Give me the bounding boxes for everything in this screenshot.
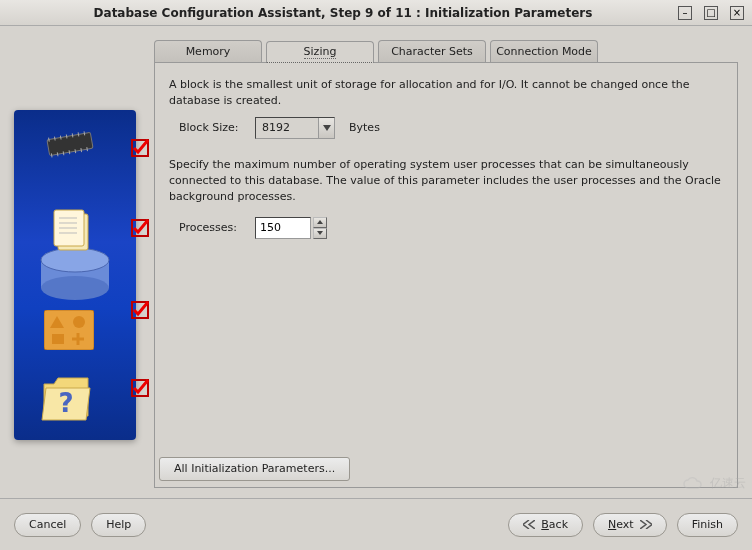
- database-icon: [38, 200, 112, 300]
- cloud-icon: [682, 476, 706, 492]
- folder-question-icon: ?: [40, 368, 102, 428]
- svg-point-27: [73, 316, 85, 328]
- title-bar: Database Configuration Assistant, Step 9…: [0, 0, 752, 26]
- dropdown-arrow-icon[interactable]: [318, 118, 334, 138]
- next-button[interactable]: Next: [593, 513, 667, 537]
- tab-character-sets[interactable]: Character Sets: [378, 40, 486, 62]
- chevron-right-icon: [640, 520, 652, 529]
- svg-marker-36: [323, 125, 331, 131]
- tab-connection-mode[interactable]: Connection Mode: [490, 40, 598, 62]
- block-size-unit: Bytes: [349, 120, 380, 136]
- help-button[interactable]: Help: [91, 513, 146, 537]
- block-size-label: Block Size:: [179, 120, 247, 136]
- svg-line-5: [72, 133, 73, 137]
- processes-input[interactable]: [255, 217, 311, 239]
- svg-line-6: [78, 132, 79, 136]
- watermark: 亿速云: [682, 475, 746, 492]
- svg-point-17: [41, 276, 109, 300]
- maximize-button[interactable]: □: [704, 6, 718, 20]
- step-check-4: [130, 378, 150, 398]
- svg-line-3: [60, 136, 61, 140]
- cancel-button[interactable]: Cancel: [14, 513, 81, 537]
- back-label: B: [541, 518, 549, 531]
- svg-marker-37: [317, 220, 323, 224]
- processes-spin-up[interactable]: [313, 217, 327, 228]
- minimize-button[interactable]: –: [678, 6, 692, 20]
- tab-bar: Memory Sizing Character Sets Connection …: [154, 40, 738, 62]
- wizard-graphic: ?: [14, 110, 136, 440]
- block-size-combo[interactable]: 8192: [255, 117, 335, 139]
- back-button[interactable]: Back: [508, 513, 583, 537]
- shapes-icon: [44, 310, 94, 350]
- tab-sizing[interactable]: Sizing: [266, 41, 374, 63]
- svg-rect-28: [52, 334, 64, 344]
- svg-line-7: [84, 131, 85, 135]
- workarea: ? Memory Sizing Character Sets Connectio…: [0, 26, 752, 498]
- block-size-description: A block is the smallest unit of storage …: [169, 77, 723, 109]
- svg-marker-38: [317, 231, 323, 235]
- block-size-value: 8192: [256, 120, 318, 136]
- svg-text:?: ?: [58, 388, 73, 418]
- svg-line-4: [66, 134, 67, 138]
- wizard-footer: Cancel Help Back Next Finish: [0, 498, 752, 550]
- svg-line-13: [81, 148, 82, 152]
- step-check-2: [130, 218, 150, 238]
- processes-description: Specify the maximum number of operating …: [169, 157, 723, 205]
- svg-line-1: [49, 138, 50, 142]
- close-button[interactable]: ×: [730, 6, 744, 20]
- svg-line-10: [63, 151, 64, 155]
- all-initialization-parameters-button[interactable]: All Initialization Parameters...: [159, 457, 350, 481]
- processes-label: Processes:: [179, 220, 247, 236]
- step-check-1: [130, 138, 150, 158]
- chevron-left-icon: [523, 520, 535, 529]
- svg-line-2: [54, 137, 55, 141]
- svg-line-9: [57, 152, 58, 156]
- next-label: N: [608, 518, 616, 531]
- svg-line-14: [87, 147, 88, 151]
- step-check-3: [130, 300, 150, 320]
- processes-spin-down[interactable]: [313, 228, 327, 239]
- finish-button[interactable]: Finish: [677, 513, 738, 537]
- svg-rect-25: [44, 310, 94, 350]
- chip-icon: [42, 126, 98, 163]
- svg-line-8: [51, 153, 52, 157]
- window-controls: – □ ×: [678, 6, 744, 20]
- sizing-panel: A block is the smallest unit of storage …: [154, 62, 738, 488]
- svg-rect-0: [47, 132, 93, 155]
- svg-line-11: [69, 150, 70, 154]
- svg-line-12: [75, 149, 76, 153]
- svg-point-18: [41, 248, 109, 272]
- tab-memory[interactable]: Memory: [154, 40, 262, 62]
- window-title: Database Configuration Assistant, Step 9…: [8, 6, 678, 20]
